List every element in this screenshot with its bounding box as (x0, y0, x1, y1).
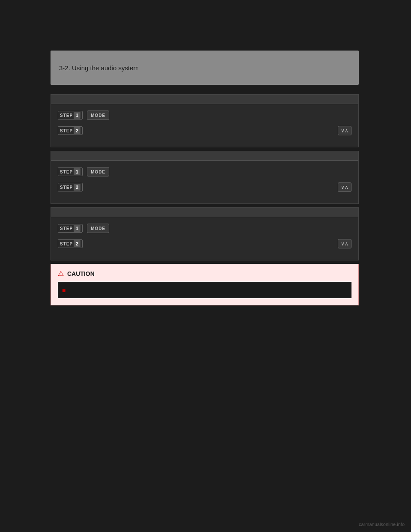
step-number-1-1: 1 (74, 112, 80, 119)
arrow-button-1-2[interactable]: ∨ ∧ (338, 126, 351, 135)
mode-button-2-1[interactable]: MODE (87, 167, 109, 176)
instruction-block-1: STEP 1 MODE STEP 2 ∨ ∧ (51, 94, 359, 147)
step-number-3-1: 1 (74, 225, 80, 232)
step-number-2-1: 1 (74, 168, 80, 175)
header-title: 3-2. Using the audio system (59, 64, 139, 72)
step-row-1-1: STEP 1 MODE (58, 109, 351, 121)
instruction-block-3: STEP 1 MODE STEP 2 ∨ ∧ (51, 207, 359, 260)
block-header-3 (51, 208, 358, 217)
mode-label-2-1: MODE (91, 170, 105, 174)
step-badge-1-1: STEP 1 (58, 111, 83, 120)
step-badge-2-1: STEP 1 (58, 167, 83, 176)
step-number-1-2: 2 (74, 127, 80, 134)
step-label-3-2: STEP (60, 242, 73, 246)
caution-header: ⚠ CAUTION (58, 269, 351, 278)
mode-label-1-1: MODE (91, 113, 105, 118)
step-badge-2-2: STEP 2 (58, 183, 83, 191)
step-label-1-1: STEP (60, 113, 73, 118)
step-label-3-1: STEP (60, 226, 73, 231)
header-section: 3-2. Using the audio system (51, 51, 359, 85)
step-row-2-2: STEP 2 ∨ ∧ (58, 181, 351, 193)
mode-button-1-1[interactable]: MODE (87, 111, 109, 120)
arrow-down-icon-2: ∨ (341, 184, 345, 190)
mode-label-3-1: MODE (91, 226, 105, 231)
arrow-up-icon-3: ∧ (345, 241, 348, 247)
arrow-button-3-2[interactable]: ∨ ∧ (338, 239, 351, 248)
caution-title: CAUTION (67, 270, 95, 277)
step-label-2-2: STEP (60, 185, 73, 190)
step-badge-3-1: STEP 1 (58, 224, 83, 233)
watermark: carmanualsonline.info (359, 522, 405, 527)
step-label-1-2: STEP (60, 129, 73, 133)
step-row-2-1: STEP 1 MODE (58, 166, 351, 178)
caution-box: ⚠ CAUTION ■ (51, 264, 359, 305)
step-row-3-1: STEP 1 MODE (58, 222, 351, 234)
block-header-1 (51, 95, 358, 104)
caution-bullet-icon: ■ (62, 287, 66, 294)
step-number-2-2: 2 (74, 184, 80, 191)
arrow-down-icon-3: ∨ (341, 241, 345, 247)
arrow-button-2-2[interactable]: ∨ ∧ (338, 182, 351, 192)
instruction-block-2: STEP 1 MODE STEP 2 ∨ ∧ (51, 151, 359, 204)
page-background: 3-2. Using the audio system STEP 1 MODE … (0, 0, 411, 532)
arrow-down-icon-1: ∨ (341, 128, 345, 134)
watermark-text: carmanualsonline.info (359, 522, 405, 527)
arrow-up-icon-1: ∧ (345, 128, 348, 134)
content-area: STEP 1 MODE STEP 2 ∨ ∧ (51, 94, 359, 305)
step-number-3-2: 2 (74, 240, 80, 247)
mode-button-3-1[interactable]: MODE (87, 224, 109, 233)
block-header-2 (51, 151, 358, 161)
caution-warning-icon: ⚠ (58, 269, 64, 278)
caution-content: ■ (58, 282, 351, 298)
caution-bullet-1: ■ (62, 286, 347, 294)
step-label-2-1: STEP (60, 170, 73, 174)
step-row-3-2: STEP 2 ∨ ∧ (58, 238, 351, 250)
step-row-1-2: STEP 2 ∨ ∧ (58, 125, 351, 137)
arrow-up-icon-2: ∧ (345, 184, 348, 190)
step-badge-1-2: STEP 2 (58, 126, 83, 135)
step-badge-3-2: STEP 2 (58, 239, 83, 248)
